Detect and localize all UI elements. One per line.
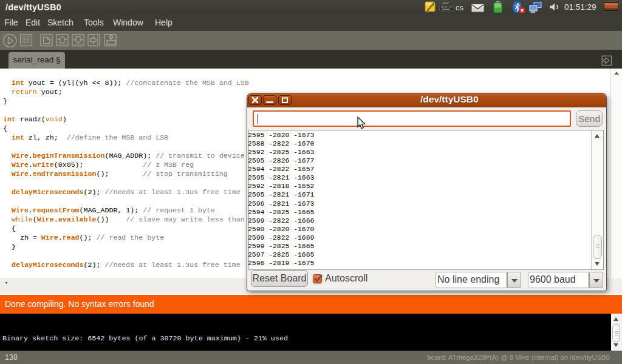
svg-text:cs: cs xyxy=(456,3,464,12)
